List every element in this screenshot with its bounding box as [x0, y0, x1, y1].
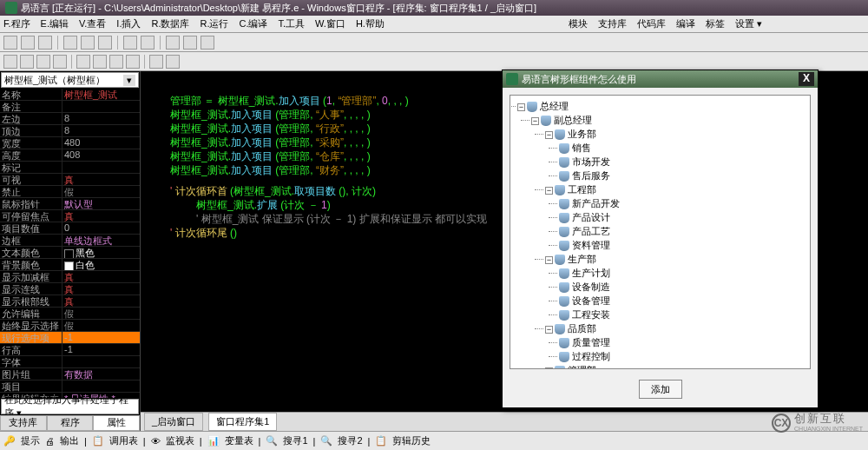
- tb-run-icon[interactable]: [166, 36, 180, 50]
- left-tab-program[interactable]: 程序: [47, 415, 94, 431]
- chevron-down-icon[interactable]: ▾: [123, 75, 135, 86]
- tb-new-icon[interactable]: [3, 36, 17, 50]
- tree-leaf[interactable]: 新产品开发: [559, 196, 806, 210]
- tb2-icon[interactable]: [3, 55, 17, 69]
- menu-tools[interactable]: T.工具: [278, 17, 305, 30]
- menu-tag[interactable]: 标签: [706, 17, 725, 30]
- tb-paste-icon[interactable]: [98, 36, 112, 50]
- tree-leaf[interactable]: 资料管理: [559, 238, 806, 252]
- menu-database[interactable]: R.数据库: [151, 17, 189, 30]
- property-row[interactable]: 项目数值0: [0, 222, 140, 235]
- tree-node[interactable]: −品质部质量管理过程控制: [545, 321, 806, 363]
- tree-leaf[interactable]: 生产计划: [559, 266, 806, 280]
- property-row[interactable]: 左边8: [0, 113, 140, 125]
- tree-leaf[interactable]: 设备管理: [559, 294, 806, 308]
- tree-node[interactable]: −生产部生产计划设备制造设备管理工程安装: [545, 252, 806, 321]
- property-row[interactable]: 显示连线真: [0, 283, 140, 295]
- status-tab[interactable]: 提示: [21, 434, 40, 447]
- property-row[interactable]: 始终显示选择项假: [0, 320, 140, 332]
- tb2-icon[interactable]: [76, 55, 90, 69]
- tb2-icon[interactable]: [126, 55, 140, 69]
- status-tab[interactable]: 监视表: [166, 434, 194, 447]
- property-row[interactable]: 背景颜色白色: [0, 259, 140, 271]
- tb2-icon[interactable]: [53, 55, 67, 69]
- tb-redo-icon[interactable]: [141, 36, 155, 50]
- property-row[interactable]: 名称树型框_测试: [0, 89, 140, 101]
- add-button[interactable]: 添加: [639, 380, 682, 399]
- tree-node[interactable]: −业务部销售市场开发售后服务: [545, 127, 806, 182]
- menu-window[interactable]: W.窗口: [315, 17, 345, 30]
- property-row[interactable]: 鼠标指针默认型: [0, 198, 140, 210]
- tree-node[interactable]: −管理部人事行政采购仓库财务: [545, 363, 806, 369]
- menu-compile2[interactable]: 编译: [676, 17, 695, 30]
- tab-programset[interactable]: 窗口程序集1: [208, 413, 277, 431]
- property-row[interactable]: 高度408: [0, 149, 140, 162]
- status-tab[interactable]: 调用表: [109, 434, 138, 447]
- property-row[interactable]: 顶边8: [0, 125, 140, 137]
- tb-cut-icon[interactable]: [63, 36, 77, 50]
- menu-module[interactable]: 模块: [569, 17, 588, 30]
- tree-leaf[interactable]: 质量管理: [559, 335, 806, 349]
- property-row[interactable]: 标记: [0, 162, 140, 174]
- collapse-icon[interactable]: −: [545, 187, 553, 195]
- tree-leaf[interactable]: 市场开发: [559, 155, 806, 169]
- property-row[interactable]: 图片组有数据: [0, 368, 140, 381]
- property-row[interactable]: 可视真: [0, 174, 140, 186]
- tb2-icon[interactable]: [20, 55, 34, 69]
- property-grid[interactable]: 名称树型框_测试备注左边8顶边8宽度480高度408标记可视真禁止假鼠标指针默认…: [0, 89, 140, 398]
- menu-support[interactable]: 支持库: [598, 17, 627, 30]
- menu-compile[interactable]: C.编译: [239, 17, 267, 30]
- tb2-icon[interactable]: [149, 55, 163, 69]
- menu-settings[interactable]: 设置 ▾: [735, 17, 762, 30]
- event-combo[interactable]: 在此处选择加入事件处理子程序 ▾: [1, 399, 139, 414]
- tb-stop-icon[interactable]: [183, 36, 197, 50]
- tb-undo-icon[interactable]: [123, 36, 137, 50]
- tree-leaf[interactable]: 产品工艺: [559, 224, 806, 238]
- status-tab[interactable]: 剪辑历史: [392, 434, 431, 447]
- tb-open-icon[interactable]: [21, 36, 35, 50]
- status-tab[interactable]: 变量表: [225, 434, 253, 447]
- collapse-icon[interactable]: −: [545, 256, 553, 264]
- property-row[interactable]: 文本颜色黑色: [0, 247, 140, 259]
- property-row[interactable]: 备注: [0, 101, 140, 113]
- tb2-icon[interactable]: [36, 55, 50, 69]
- menu-run[interactable]: R.运行: [200, 17, 228, 30]
- collapse-icon[interactable]: −: [545, 367, 553, 369]
- tab-startwindow[interactable]: _启动窗口: [144, 413, 203, 431]
- tree-leaf[interactable]: 过程控制: [559, 349, 806, 363]
- close-icon[interactable]: X: [799, 72, 814, 86]
- tree-leaf[interactable]: 工程安装: [559, 308, 806, 321]
- menu-view[interactable]: V.查看: [79, 17, 106, 30]
- tb-step-icon[interactable]: [201, 36, 214, 50]
- property-row[interactable]: 显示加减框真: [0, 271, 140, 283]
- menu-edit[interactable]: E.编辑: [41, 17, 69, 30]
- property-row[interactable]: 可停留焦点真: [0, 210, 140, 222]
- left-tab-property[interactable]: 属性: [93, 415, 140, 431]
- tree-view[interactable]: −总经理 −副总经理 −业务部销售市场开发售后服务−工程部新产品开发产品设计产品…: [510, 95, 811, 369]
- property-row[interactable]: 项目: [0, 381, 140, 393]
- run-title-bar[interactable]: 易语言树形框组件怎么使用 X: [503, 70, 818, 88]
- tree-leaf[interactable]: 售后服务: [559, 169, 806, 182]
- menu-help[interactable]: H.帮助: [356, 17, 385, 30]
- tree-leaf[interactable]: 产品设计: [559, 210, 806, 224]
- tb-save-icon[interactable]: [38, 36, 52, 50]
- property-row[interactable]: 字体: [0, 356, 140, 368]
- property-row[interactable]: 显示根部线真: [0, 295, 140, 308]
- menu-file[interactable]: F.程序: [3, 17, 30, 30]
- menu-insert[interactable]: I.插入: [116, 17, 141, 30]
- status-tab[interactable]: 搜寻2: [338, 434, 362, 447]
- property-row[interactable]: 禁止假: [0, 186, 140, 198]
- property-row[interactable]: 允许编辑假: [0, 308, 140, 320]
- status-tab[interactable]: 搜寻1: [283, 434, 307, 447]
- collapse-icon[interactable]: −: [545, 131, 553, 139]
- collapse-icon[interactable]: −: [531, 117, 539, 125]
- status-tab[interactable]: 输出: [60, 434, 79, 447]
- property-row[interactable]: 现行选中项-1: [0, 332, 140, 344]
- collapse-icon[interactable]: −: [517, 103, 525, 111]
- property-row[interactable]: 边框单线边框式: [0, 235, 140, 247]
- collapse-icon[interactable]: −: [545, 326, 553, 334]
- menu-codelib[interactable]: 代码库: [637, 17, 666, 30]
- tb2-icon[interactable]: [166, 55, 180, 69]
- object-combo[interactable]: 树型框_测试（树型框） ▾: [1, 72, 139, 88]
- tb-copy-icon[interactable]: [81, 36, 95, 50]
